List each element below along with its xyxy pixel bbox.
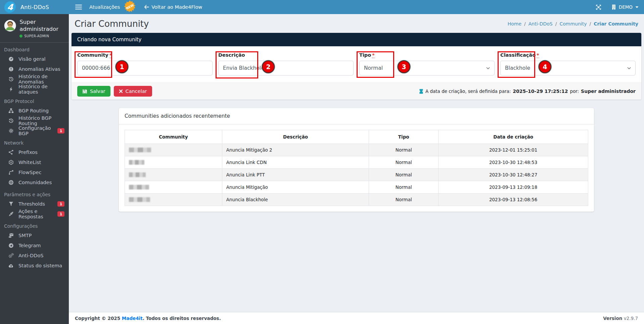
classificacao-select[interactable]: Blackhole — [500, 61, 636, 75]
brand-logo-area[interactable]: 4 Anti-DDoS — [0, 0, 69, 14]
brand-title: Anti-DDoS — [20, 4, 49, 10]
col-tipo: Tipo — [369, 130, 439, 144]
sidebar-item-status-sistema[interactable]: Status do sistema — [0, 261, 69, 271]
filter-icon — [8, 201, 14, 207]
back-to-made4flow-link[interactable]: Voltar ao Made4Flow — [144, 4, 202, 10]
notification-badge: 1 — [57, 201, 64, 207]
tipo-field: Tipo* Normal 3 — [359, 52, 495, 75]
descricao-cell: Anuncia Mitigação 2 — [222, 144, 369, 156]
made4it-link[interactable]: Made4it — [122, 316, 143, 321]
sidebar-toggle-button[interactable] — [75, 5, 82, 9]
tipo-cell: Normal — [369, 169, 439, 181]
create-community-card: Criando nova Community Community* 1 Desc… — [72, 33, 641, 100]
descricao-label: Descrição — [218, 52, 354, 58]
sidebar-item-comunidades[interactable]: Comunidades — [0, 177, 69, 187]
sidebar: Super administrador SUPER-ADMIN Dashboar… — [0, 14, 69, 324]
sidebar-item-telegram[interactable]: Telegram — [0, 240, 69, 251]
breadcrumb-community[interactable]: Community — [559, 21, 587, 26]
nav-section-dashboard: Dashboard — [0, 43, 69, 54]
building-icon — [611, 4, 616, 10]
breadcrumb-separator: / — [587, 21, 594, 26]
col-data-criacao: Data de criação — [439, 130, 588, 144]
sidebar-item-thresholds[interactable]: Thresholds 1 — [0, 199, 69, 209]
brand-logo-icon: 4 — [4, 1, 16, 13]
redacted-community-value — [129, 172, 146, 177]
nav-section-bgp-protocol: BGP Protocol — [0, 94, 69, 106]
table-row: Anuncia Blackhole Normal 2023-09-13 12:0… — [125, 194, 588, 206]
sidebar-item-historico-anomalias[interactable]: Histórico de Anomalias — [0, 74, 69, 84]
user-panel: Super administrador SUPER-ADMIN — [0, 14, 69, 43]
tipo-cell: Normal — [369, 181, 439, 194]
redacted-community-value — [129, 185, 149, 190]
caret-down-icon — [635, 6, 639, 8]
annotation-circle-3: 3 — [398, 60, 410, 73]
descricao-cell: Anuncia Link CDN — [222, 156, 369, 169]
updates-link[interactable]: Atualizações — [89, 4, 120, 10]
top-navbar: Atualizações NEW Voltar ao Made4Flow — [69, 0, 644, 14]
community-label: Community* — [77, 52, 213, 58]
community-input[interactable] — [77, 61, 213, 75]
breadcrumb-home[interactable]: Home — [508, 21, 521, 26]
sidebar-item-configuracao-bgp[interactable]: Configuração BGP 1 — [0, 126, 69, 136]
sidebar-item-flowspec[interactable]: FlowSpec — [0, 167, 69, 177]
network-icon — [8, 150, 14, 155]
card-title: Criando nova Community — [72, 33, 641, 46]
hourglass-icon — [419, 89, 423, 94]
descricao-input[interactable] — [218, 61, 354, 75]
table-row: Anuncia Mitigação 2 Normal 2023-12-01 15… — [125, 144, 588, 156]
expand-arrows-icon — [596, 4, 601, 10]
cogs-icon — [8, 253, 14, 258]
table-row: Anuncia Link PTT Normal 2023-10-30 12:48… — [125, 169, 588, 181]
sidebar-item-prefixos[interactable]: Prefixos — [0, 147, 69, 157]
page-title: Criar Community — [75, 19, 149, 29]
chevron-down-icon — [486, 67, 490, 69]
tipo-select[interactable]: Normal — [359, 61, 495, 75]
recent-communities-card: Communities adicionados recentemente Com… — [119, 108, 594, 212]
close-icon — [119, 89, 123, 93]
sidebar-item-acoes-respostas[interactable]: Ações e Respostas 1 — [0, 209, 69, 219]
classificacao-field: Classificação* Blackhole 4 — [500, 52, 636, 75]
rocket-icon — [8, 211, 14, 217]
creation-date-note: A data de criação, será definida para: 2… — [419, 89, 636, 94]
sitemap-icon — [8, 108, 14, 113]
sidebar-item-visao-geral[interactable]: Visão geral — [0, 54, 69, 64]
save-icon — [82, 89, 87, 94]
breadcrumb-anti-ddos[interactable]: Anti-DDoS — [528, 21, 553, 26]
sidebar-item-bgp-routing[interactable]: BGP Routing — [0, 106, 69, 116]
sidebar-item-historico-ataques[interactable]: Histórico de ataques — [0, 84, 69, 94]
creation-date-value: 2025-10-29 17:25:12 — [513, 89, 568, 94]
sidebar-item-anti-ddos-config[interactable]: Anti-DDoS — [0, 251, 69, 261]
content-area: Criar Community Home / Anti-DDoS / Commu… — [69, 14, 644, 312]
cancel-button[interactable]: Cancelar — [114, 86, 152, 97]
annotation-circle-1: 1 — [116, 60, 128, 73]
data-criacao-cell: 2023-12-01 15:25:01 — [439, 144, 588, 156]
sidebar-item-smtp[interactable]: SMTP — [0, 230, 69, 240]
nav-section-parametros: Parâmetros e ações — [0, 187, 69, 199]
sidebar-item-historico-bgp-routing[interactable]: Histórico BGP Routing — [0, 116, 69, 126]
user-name: Super administrador — [19, 19, 65, 33]
redacted-community-value — [129, 148, 151, 152]
redacted-community-value — [129, 197, 150, 202]
save-button[interactable]: Salvar — [77, 86, 110, 97]
breadcrumb-current[interactable]: Criar Community — [594, 21, 638, 26]
sidebar-item-anomalias-ativas[interactable]: Anomalias Ativas — [0, 64, 69, 74]
breadcrumb-separator: / — [521, 21, 528, 26]
page-footer: Copyright © 2025 Made4it. Todos os direi… — [69, 312, 644, 324]
classificacao-label: Classificação* — [500, 52, 636, 58]
descricao-cell: Anuncia Mitigação — [222, 181, 369, 194]
data-criacao-cell: 2023-09-13 12:09:18 — [439, 181, 588, 194]
globe-icon — [8, 180, 14, 185]
tenant-menu[interactable]: DEMO — [611, 4, 639, 10]
table-row: Anuncia Mitigação Normal 2023-09-13 12:0… — [125, 181, 588, 194]
data-criacao-cell: 2023-10-30 12:48:27 — [439, 169, 588, 181]
nav-section-network: Network — [0, 136, 69, 147]
communities-table: Community Descrição Tipo Data de criação… — [125, 130, 588, 206]
cloud-upload-icon — [8, 263, 14, 268]
notification-badge: 1 — [57, 128, 64, 133]
top-header: 4 Anti-DDoS Atualizações NEW Voltar ao M… — [0, 0, 644, 14]
history-icon — [8, 118, 14, 123]
fullscreen-button[interactable] — [596, 4, 601, 10]
sidebar-item-whitelist[interactable]: WhiteList — [0, 157, 69, 167]
tipo-label: Tipo* — [359, 52, 495, 58]
descricao-field: Descrição 2 — [218, 52, 354, 75]
